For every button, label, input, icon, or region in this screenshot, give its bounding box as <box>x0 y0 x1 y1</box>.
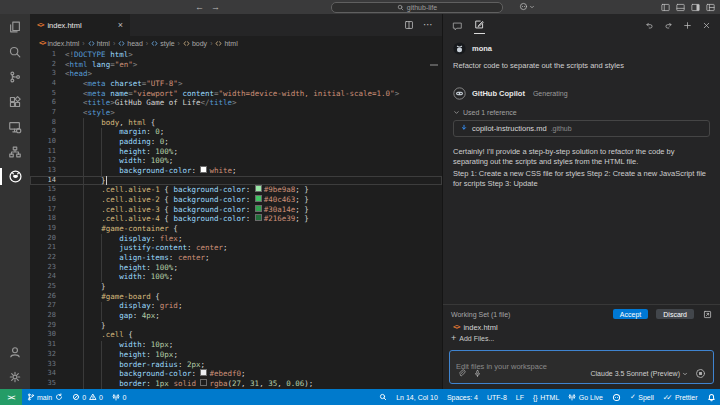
code-line[interactable]: 3<head> <box>30 69 442 79</box>
model-selector[interactable]: Claude 3.5 Sonnet (Preview) <box>591 370 689 377</box>
breadcrumb-item[interactable]: <>index.html <box>39 39 79 47</box>
copilot-menu-button[interactable] <box>519 2 535 11</box>
code-editor[interactable]: 1<!DOCTYPE html>2<html lang="en">3<head>… <box>30 50 442 389</box>
open-changes-icon[interactable] <box>703 310 712 319</box>
sidebar-item-hierarchy[interactable] <box>0 139 30 164</box>
close-panel-icon[interactable] <box>702 21 711 30</box>
branch-indicator[interactable]: main <box>22 389 67 405</box>
breadcrumb-item[interactable]: style <box>151 40 174 47</box>
indentation-indicator[interactable]: Spaces: 4 <box>442 389 482 405</box>
sidebar-item-github[interactable] <box>0 164 30 189</box>
chat-view-icon[interactable] <box>452 18 463 32</box>
code-line[interactable]: 31 width: 10px; <box>30 340 442 350</box>
copilot-status[interactable] <box>607 389 625 405</box>
code-line[interactable]: 21 justify-content: center; <box>30 243 442 253</box>
code-line[interactable]: 16 .cell.alive-2 { background-color: #40… <box>30 195 442 205</box>
code-line[interactable]: 19 #game-container { <box>30 224 442 234</box>
code-line[interactable]: 17 .cell.alive-3 { background-color: #30… <box>30 205 442 215</box>
command-center-search[interactable]: github-life <box>331 2 503 13</box>
code-line[interactable]: 20 display: flex; <box>30 234 442 244</box>
add-files-button[interactable]: + Add Files... <box>451 335 712 342</box>
code-line[interactable]: 9 margin: 0; <box>30 127 442 137</box>
code-line[interactable]: 23 height: 100%; <box>30 263 442 273</box>
back-button[interactable]: ← <box>195 0 204 14</box>
breadcrumb-item[interactable]: head <box>118 40 143 47</box>
code-line[interactable]: 29 } <box>30 321 442 331</box>
split-editor-icon[interactable] <box>404 20 414 30</box>
attach-icon[interactable] <box>457 369 466 378</box>
code-line[interactable]: 10 padding: 0; <box>30 137 442 147</box>
generating-status: Generating <box>533 90 568 97</box>
code-line[interactable]: 28 gap: 4px; <box>30 311 442 321</box>
copilot-icon <box>612 393 621 402</box>
breadcrumb-item[interactable]: html <box>88 40 110 47</box>
encoding-indicator[interactable]: UTF-8 <box>483 389 512 405</box>
problems-indicator[interactable]: 0 0 <box>67 389 107 405</box>
code-line[interactable]: 33 border-radius: 2px; <box>30 360 442 370</box>
new-session-icon[interactable] <box>683 21 692 30</box>
sidebar-item-search[interactable] <box>0 39 30 64</box>
toggle-secondary-sidebar-icon[interactable] <box>691 3 700 12</box>
code-line[interactable]: 22 align-items: center; <box>30 253 442 263</box>
code-line[interactable]: 24 width: 100%; <box>30 272 442 282</box>
code-line[interactable]: 1<!DOCTYPE html> <box>30 50 442 60</box>
sidebar-item-remote-explorer[interactable] <box>0 114 30 139</box>
sidebar-item-account[interactable] <box>0 339 30 364</box>
eol-indicator[interactable]: LF <box>511 389 528 405</box>
code-line[interactable]: 4 <meta charset="UTF-8"> <box>30 79 442 89</box>
copilot-edits-view-icon[interactable] <box>474 16 485 34</box>
code-line[interactable]: 35 border: 1px solid rgba(27, 31, 35, 0.… <box>30 379 442 389</box>
remote-indicator[interactable]: >< <box>0 389 22 405</box>
close-tab-icon[interactable]: × <box>118 21 123 30</box>
breadcrumb-item[interactable]: body <box>183 40 207 47</box>
working-set-file[interactable]: <> index.html <box>451 323 712 332</box>
ports-indicator[interactable]: 0 <box>108 389 131 405</box>
discard-button[interactable]: Discard <box>656 309 694 319</box>
customize-layout-icon[interactable] <box>706 3 715 12</box>
mic-icon[interactable] <box>473 369 482 378</box>
code-line[interactable]: 11 height: 100%; <box>30 147 442 157</box>
stop-generating-icon[interactable] <box>695 368 706 379</box>
notifications-bell[interactable] <box>702 389 720 405</box>
toggle-sidebar-icon[interactable] <box>661 3 670 12</box>
code-line[interactable]: 8 body, html { <box>30 118 442 128</box>
code-line[interactable]: 30 .cell { <box>30 330 442 340</box>
code-line[interactable]: 25 } <box>30 282 442 292</box>
sidebar-item-settings[interactable] <box>0 364 30 389</box>
check-icon: ✓ <box>630 393 636 401</box>
sidebar-item-explorer[interactable] <box>0 14 30 39</box>
tab-index-html[interactable]: <> index.html × <box>30 14 130 36</box>
code-line[interactable]: 12 width: 100%; <box>30 156 442 166</box>
cursor-position[interactable]: Ln 14, Col 10 <box>392 389 443 405</box>
chat-input-box[interactable]: Claude 3.5 Sonnet (Preview) <box>449 350 714 384</box>
breadcrumb-item[interactable]: html <box>215 40 237 47</box>
forward-button[interactable]: → <box>211 0 220 14</box>
accept-button[interactable]: Accept <box>613 309 648 319</box>
toggle-panel-icon[interactable] <box>676 3 685 12</box>
code-line[interactable]: 32 height: 10px; <box>30 350 442 360</box>
sidebar-item-source-control[interactable] <box>0 64 30 89</box>
spell-checker-status[interactable]: ✓ Spell <box>625 389 658 405</box>
undo-edits-icon[interactable] <box>645 21 654 30</box>
code-line[interactable]: 6 <title>GitHub Game of Life</title> <box>30 98 442 108</box>
code-line[interactable]: 5 <meta name="viewport" content="width=d… <box>30 89 442 99</box>
zoom-indicator[interactable] <box>375 389 392 405</box>
code-line[interactable]: 34 background-color: #ebedf0; <box>30 369 442 379</box>
reference-item[interactable]: copilot-instructions.md .github <box>453 120 710 137</box>
go-live-button[interactable]: Go Live <box>564 389 608 405</box>
more-actions-icon[interactable]: ⋯ <box>423 22 433 28</box>
user-name: mona <box>472 44 492 53</box>
redo-edits-icon[interactable] <box>664 21 673 30</box>
code-line[interactable]: 2<html lang="en"> <box>30 60 442 70</box>
code-line[interactable]: 27 display: grid; <box>30 301 442 311</box>
code-line[interactable]: 15 .cell.alive-1 { background-color: #9b… <box>30 185 442 195</box>
code-line[interactable]: 13 background-color: white; <box>30 166 442 176</box>
used-references-toggle[interactable]: Used 1 reference <box>453 109 710 116</box>
code-line[interactable]: 18 .cell.alive-4 { background-color: #21… <box>30 214 442 224</box>
code-line[interactable]: 7 <style> <box>30 108 442 118</box>
sidebar-item-extensions[interactable] <box>0 89 30 114</box>
code-line[interactable]: 26 #game-board { <box>30 292 442 302</box>
prettier-status[interactable]: ✓✓ Prettier <box>658 389 702 405</box>
code-line[interactable]: 14 } <box>30 176 442 186</box>
language-mode[interactable]: {} HTML <box>529 389 564 405</box>
